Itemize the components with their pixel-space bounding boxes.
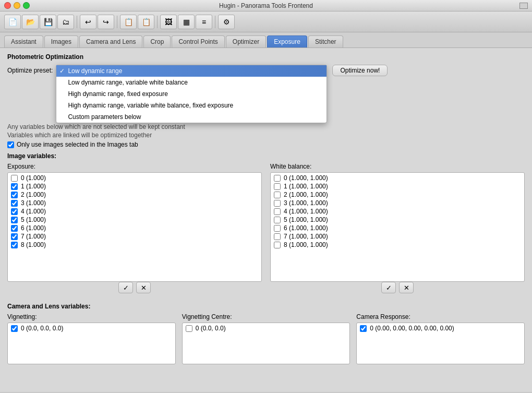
preset-row: Optimize preset: Low dynamic range ⬆⬇ ✓ …	[7, 65, 525, 76]
main-content: Photometric Optimization Optimize preset…	[0, 48, 532, 392]
vigc-item-0: 0 (0.0, 0.0)	[184, 324, 349, 332]
dropdown-item-0[interactable]: ✓ Low dynamic range	[56, 65, 327, 77]
vignetting-column: Vignetting: 0 (0.0, 0.0, 0.0)	[7, 313, 176, 364]
open-button[interactable]: 📂	[22, 15, 39, 29]
dropdown-item-2[interactable]: High dynamic range, fixed exposure	[56, 88, 327, 100]
save-as-button[interactable]: 🗂	[57, 15, 74, 29]
maximize-button[interactable]	[23, 2, 30, 9]
camera-response-title: Camera Response:	[356, 313, 525, 320]
exp-item-2: 2 (1.000)	[9, 190, 260, 199]
dropdown-item-1[interactable]: Low dynamic range, variable white balanc…	[56, 77, 327, 88]
section-title: Photometric Optimization	[7, 53, 525, 61]
wb-item-0: 0 (1.000, 1.000)	[272, 174, 523, 182]
tab-crop[interactable]: Crop	[143, 35, 171, 47]
tab-optimizer[interactable]: Optimizer	[226, 35, 266, 47]
save-button[interactable]: 💾	[40, 15, 56, 29]
exposure-column-title: Exposure:	[7, 163, 262, 170]
exp-checkbox-1[interactable]	[11, 183, 18, 190]
tab-camera-and-lens[interactable]: Camera and Lens	[79, 35, 142, 47]
wb-checkbox-2[interactable]	[274, 192, 281, 198]
exp-item-3: 3 (1.000)	[9, 199, 260, 207]
vignetting-list-box: 0 (0.0, 0.0, 0.0)	[7, 323, 176, 364]
exposure-check-buttons: ✓ ✕	[7, 282, 262, 293]
vignetting-centre-list-box: 0 (0.0, 0.0)	[182, 323, 350, 364]
exp-checkbox-4[interactable]	[11, 208, 18, 215]
image-vars-title: Image variables:	[7, 152, 525, 160]
wb-checkbox-1[interactable]	[274, 183, 281, 190]
dropdown-item-4[interactable]: Custom parameters below	[56, 111, 327, 123]
cam-lens-columns: Vignetting: 0 (0.0, 0.0, 0.0) Vignetting…	[7, 313, 525, 364]
only-use-images-row: Only use images selected in the Images t…	[7, 141, 525, 148]
window-controls[interactable]	[4, 2, 30, 9]
paste-button[interactable]: 📋	[138, 15, 154, 29]
tab-stitcher[interactable]: Stitcher	[308, 35, 343, 47]
exp-item-5: 5 (1.000)	[9, 216, 260, 224]
info-line-2: Variables which are linked will be optim…	[7, 132, 525, 139]
toolbar-separator-2	[117, 16, 117, 28]
wb-check-all-button[interactable]: ✓	[381, 282, 396, 293]
exp-item-8: 8 (1.000)	[9, 241, 260, 249]
wb-checkbox-0[interactable]	[274, 175, 281, 182]
exp-checkbox-5[interactable]	[11, 217, 18, 223]
wb-checkbox-3[interactable]	[274, 200, 281, 207]
toolbar-separator-1	[77, 16, 77, 28]
checkmark-icon: ✓	[59, 67, 65, 75]
exp-checkbox-3[interactable]	[11, 200, 18, 207]
minimize-button[interactable]	[14, 2, 20, 9]
vars-columns: Exposure: 0 (1.000) 1 (1.000) 2 (1.000) …	[7, 163, 525, 299]
exp-checkbox-6[interactable]	[11, 225, 18, 232]
wb-item-2: 2 (1.000, 1.000)	[272, 190, 523, 199]
redo-button[interactable]: ↪	[98, 15, 114, 29]
new-button[interactable]: 📄	[4, 15, 21, 29]
wb-item-1: 1 (1.000, 1.000)	[272, 182, 523, 190]
undo-button[interactable]: ↩	[80, 15, 96, 29]
wb-uncheck-all-button[interactable]: ✕	[399, 282, 414, 293]
exp-checkbox-2[interactable]	[11, 192, 18, 198]
exp-item-1: 1 (1.000)	[9, 182, 260, 190]
exp-item-7: 7 (1.000)	[9, 232, 260, 241]
dropdown-menu: ✓ Low dynamic range Low dynamic range, v…	[56, 65, 327, 123]
list-button[interactable]: ≡	[196, 15, 212, 29]
close-button[interactable]	[4, 2, 11, 9]
settings-button[interactable]: ⚙	[218, 15, 235, 29]
only-use-images-checkbox[interactable]	[7, 141, 14, 148]
vigc-checkbox-0[interactable]	[186, 325, 192, 332]
tab-images[interactable]: Images	[44, 35, 78, 47]
vig-item-0: 0 (0.0, 0.0, 0.0)	[9, 324, 174, 332]
wb-checkbox-7[interactable]	[274, 233, 281, 240]
camera-response-list-box: 0 (0.00, 0.00, 0.00, 0.00, 0.00)	[356, 323, 525, 364]
grid-button[interactable]: ▦	[178, 15, 195, 29]
preset-dropdown-container: Low dynamic range ⬆⬇ ✓ Low dynamic range…	[56, 65, 327, 76]
vignetting-centre-column: Vignetting Centre: 0 (0.0, 0.0)	[182, 313, 350, 364]
resize-icon	[519, 3, 528, 9]
white-balance-list-box: 0 (1.000, 1.000) 1 (1.000, 1.000) 2 (1.0…	[270, 172, 525, 282]
copy-button[interactable]: 📋	[120, 15, 137, 29]
exp-item-0: 0 (1.000)	[9, 174, 260, 182]
exp-checkbox-0[interactable]	[11, 175, 18, 182]
toolbar-separator-3	[157, 16, 158, 28]
exp-checkbox-7[interactable]	[11, 233, 18, 240]
exposure-uncheck-all-button[interactable]: ✕	[136, 282, 151, 293]
cr-checkbox-0[interactable]	[360, 325, 367, 332]
wb-checkbox-4[interactable]	[274, 208, 281, 215]
exposure-check-all-button[interactable]: ✓	[118, 282, 133, 293]
view-button[interactable]: 🖼	[160, 15, 177, 29]
white-balance-column-title: White balance:	[270, 163, 525, 170]
exp-checkbox-8[interactable]	[11, 242, 18, 248]
tab-exposure[interactable]: Exposure	[267, 35, 307, 47]
wb-checkbox-6[interactable]	[274, 225, 281, 232]
vig-checkbox-0[interactable]	[11, 325, 18, 332]
vignetting-title: Vignetting:	[7, 313, 176, 320]
tab-control-points[interactable]: Control Points	[172, 35, 224, 47]
info-line-1: Any variables below which are not select…	[7, 123, 525, 130]
wb-item-3: 3 (1.000, 1.000)	[272, 199, 523, 207]
optimize-now-button[interactable]: Optimize now!	[332, 65, 388, 76]
wb-checkbox-8[interactable]	[274, 242, 281, 248]
toolbar-separator-4	[215, 16, 215, 28]
dropdown-item-3[interactable]: High dynamic range, variable white balan…	[56, 100, 327, 111]
wb-check-buttons: ✓ ✕	[270, 282, 525, 293]
only-use-images-label: Only use images selected in the Images t…	[17, 141, 138, 148]
tab-assistant[interactable]: Assistant	[4, 35, 43, 47]
wb-checkbox-5[interactable]	[274, 217, 281, 223]
exp-item-6: 6 (1.000)	[9, 224, 260, 232]
